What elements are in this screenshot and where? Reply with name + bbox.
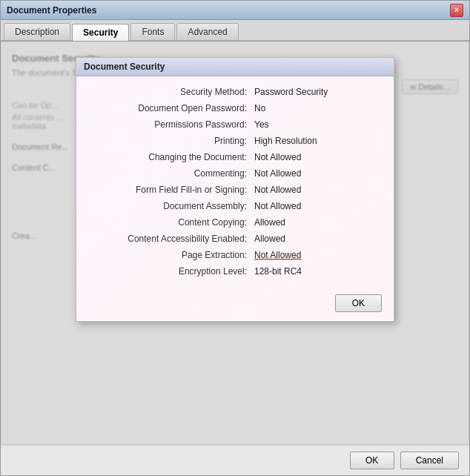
content-area: Document Security The document's Securit… bbox=[1, 42, 469, 445]
modal-row-1: Document Open Password: No bbox=[91, 103, 379, 113]
modal-value-11: 128-bit RC4 bbox=[254, 266, 379, 277]
modal-row-7: Document Assembly: Not Allowed bbox=[91, 201, 379, 211]
tab-bar: Description Security Fonts Advanced bbox=[1, 20, 469, 42]
document-security-modal: Document Security Security Method: Passw… bbox=[76, 57, 394, 322]
modal-value-5: Not Allowed bbox=[254, 168, 379, 179]
modal-label-10: Page Extraction: bbox=[91, 250, 254, 260]
modal-label-4: Changing the Document: bbox=[91, 152, 254, 162]
modal-footer: OK bbox=[76, 290, 394, 321]
tab-fonts[interactable]: Fonts bbox=[130, 23, 175, 40]
modal-value-0: Password Security bbox=[254, 87, 379, 97]
modal-label-9: Content Accessibility Enabled: bbox=[91, 234, 254, 244]
main-window: Document Properties × Description Securi… bbox=[0, 0, 470, 476]
modal-row-5: Commenting: Not Allowed bbox=[91, 168, 379, 179]
close-button[interactable]: × bbox=[450, 4, 463, 17]
modal-value-10: Not Allowed bbox=[254, 250, 379, 260]
modal-row-9: Content Accessibility Enabled: Allowed bbox=[91, 234, 379, 244]
modal-value-1: No bbox=[254, 103, 379, 113]
modal-row-8: Content Copying: Allowed bbox=[91, 217, 379, 228]
bottom-bar: OK Cancel bbox=[1, 445, 469, 475]
modal-value-6: Not Allowed bbox=[254, 185, 379, 195]
cancel-button[interactable]: Cancel bbox=[400, 452, 459, 469]
ok-button[interactable]: OK bbox=[350, 452, 394, 469]
tab-security[interactable]: Security bbox=[72, 24, 129, 41]
modal-value-2: Yes bbox=[254, 119, 379, 130]
modal-row-6: Form Field Fill-in or Signing: Not Allow… bbox=[91, 185, 379, 195]
window-title: Document Properties bbox=[7, 5, 96, 16]
modal-row-3: Printing: High Resolution bbox=[91, 136, 379, 146]
modal-title-bar: Document Security bbox=[76, 58, 394, 76]
modal-value-8: Allowed bbox=[254, 217, 379, 228]
modal-row-4: Changing the Document: Not Allowed bbox=[91, 152, 379, 162]
modal-label-7: Document Assembly: bbox=[91, 201, 254, 211]
modal-row-10: Page Extraction: Not Allowed bbox=[91, 250, 379, 260]
modal-value-7: Not Allowed bbox=[254, 201, 379, 211]
modal-label-3: Printing: bbox=[91, 136, 254, 146]
modal-value-3: High Resolution bbox=[254, 136, 379, 146]
title-bar: Document Properties × bbox=[1, 1, 469, 20]
modal-value-4: Not Allowed bbox=[254, 152, 379, 162]
modal-ok-button[interactable]: OK bbox=[335, 294, 382, 312]
tab-description[interactable]: Description bbox=[4, 23, 70, 40]
modal-label-11: Encryption Level: bbox=[91, 266, 254, 277]
modal-label-8: Content Copying: bbox=[91, 217, 254, 228]
modal-row-0: Security Method: Password Security bbox=[91, 87, 379, 97]
modal-label-6: Form Field Fill-in or Signing: bbox=[91, 185, 254, 195]
modal-overlay: Document Security Security Method: Passw… bbox=[1, 42, 469, 444]
modal-label-1: Document Open Password: bbox=[91, 103, 254, 113]
modal-row-2: Permissions Password: Yes bbox=[91, 119, 379, 130]
tab-advanced[interactable]: Advanced bbox=[176, 23, 238, 40]
modal-body: Security Method: Password Security Docum… bbox=[76, 76, 394, 290]
modal-value-9: Allowed bbox=[254, 234, 379, 244]
modal-row-11: Encryption Level: 128-bit RC4 bbox=[91, 266, 379, 277]
modal-label-5: Commenting: bbox=[91, 168, 254, 179]
modal-label-2: Permissions Password: bbox=[91, 119, 254, 130]
modal-label-0: Security Method: bbox=[91, 87, 254, 97]
